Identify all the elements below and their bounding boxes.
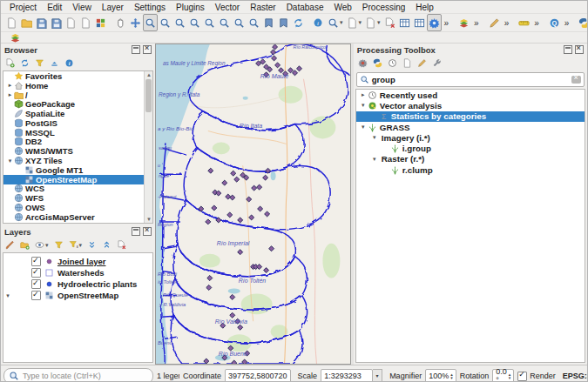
layer-visibility-checkbox[interactable] <box>31 268 41 278</box>
open-attribute-table-icon[interactable] <box>397 14 412 31</box>
filter-browser-icon[interactable] <box>33 55 46 72</box>
zoom-native-icon[interactable] <box>172 14 187 31</box>
manage-map-themes-icon[interactable]: ▾ <box>33 237 51 254</box>
toolbar-overflow[interactable]: » <box>442 18 452 28</box>
browser-dock-icon[interactable] <box>132 45 140 54</box>
toolbar-overflow[interactable]: » <box>502 18 512 28</box>
browser-item-postgis[interactable]: PostGIS <box>3 118 152 128</box>
layer-visibility-checkbox[interactable] <box>31 291 41 300</box>
crs-status[interactable]: EPSG:32719 <box>563 372 588 380</box>
menu-settings[interactable]: Settings <box>129 3 171 12</box>
browser-item-home[interactable]: ▸Home <box>3 81 152 90</box>
layers-dock-icon[interactable] <box>132 227 140 236</box>
zoom-last-icon[interactable] <box>232 14 247 31</box>
show-layout-manager-icon[interactable] <box>78 14 93 31</box>
algorithm-grass[interactable]: ▾GRASS <box>356 122 585 132</box>
select-features-icon[interactable]: ▾ <box>326 14 345 31</box>
browser-item-wcs[interactable]: WCS <box>3 184 152 194</box>
algorithm-vector-analysis[interactable]: ▾Vector analysis <box>356 100 585 111</box>
add-group-icon[interactable] <box>18 237 31 254</box>
measure-icon[interactable] <box>517 14 531 31</box>
toolbar-overflow[interactable]: » <box>531 18 542 28</box>
new-bookmark-icon[interactable] <box>261 14 276 31</box>
layer-item-openstreetmap[interactable]: ▾OpenStreetMap <box>3 290 152 301</box>
add-selected-layers-icon[interactable] <box>3 55 17 72</box>
menu-plugins[interactable]: Plugins <box>171 3 210 12</box>
show-bookmarks-icon[interactable] <box>276 14 291 31</box>
collapse-all-layers-icon[interactable] <box>100 237 113 254</box>
algorithm-statistics-by-categories[interactable]: Statistics by categories <box>356 111 585 122</box>
browser-item-mssql[interactable]: MSSQL <box>3 128 152 137</box>
layer-item-joined-layer[interactable]: Joined layer <box>3 256 152 267</box>
zoom-in-icon[interactable] <box>143 14 158 31</box>
new-print-layout-icon[interactable] <box>64 14 78 31</box>
metasearch-icon[interactable] <box>547 14 562 31</box>
manage-layers-icon[interactable] <box>456 14 471 31</box>
toolbar-overflow[interactable]: » <box>471 18 482 28</box>
browser-item-spatialite[interactable]: SpatiaLite <box>3 109 152 118</box>
browser-item--[interactable]: ▸/ <box>3 90 152 100</box>
menu-vector[interactable]: Vector <box>210 3 245 12</box>
menu-project[interactable]: Project <box>4 3 42 12</box>
models-icon[interactable] <box>356 55 369 72</box>
browser-item-db2[interactable]: DB2 <box>3 137 152 147</box>
browser-item-favorites[interactable]: Favorites <box>3 71 152 81</box>
browser-item-arcgisfeatureserver[interactable]: ArcGisFeatureServer <box>3 222 152 224</box>
pan-map-icon[interactable] <box>113 14 128 31</box>
rotation-spinner[interactable]: ▴▾ <box>507 372 511 379</box>
algorithm-raster-r-[interactable]: ▾Raster (r.*) <box>356 154 585 164</box>
browser-item-wms-wmts[interactable]: WMS/WMTS <box>3 146 152 156</box>
deselect-features-icon[interactable]: ▾ <box>363 14 382 31</box>
save-project-as-icon[interactable] <box>49 14 64 31</box>
layers-close-icon[interactable] <box>143 227 152 236</box>
pan-to-selection-icon[interactable] <box>128 14 143 31</box>
menu-database[interactable]: Database <box>281 3 329 12</box>
menu-processing[interactable]: Processing <box>357 3 410 12</box>
algorithm-i-group[interactable]: i.group <box>356 143 585 153</box>
processing-toolbox-icon[interactable] <box>427 14 442 31</box>
python-scripts-icon[interactable] <box>371 55 384 72</box>
expander-icon[interactable]: ▾ <box>370 156 379 163</box>
zoom-full-icon[interactable] <box>187 14 202 31</box>
browser-item-google-mt1[interactable]: Google MT1 <box>3 165 152 175</box>
browser-item-openstreetmap[interactable]: OpenStreetMap <box>3 175 152 184</box>
browser-scrollbar[interactable]: ▲▼ <box>144 71 152 223</box>
expander-icon[interactable]: ▾ <box>359 124 368 131</box>
open-layer-styling-icon[interactable] <box>3 237 17 254</box>
rotation-input[interactable]: 0.0 ° ▴▾ <box>492 369 514 382</box>
layer-visibility-checkbox[interactable] <box>31 257 41 266</box>
algorithm-recently-used[interactable]: ▸Recently used <box>356 90 585 100</box>
python-console-icon[interactable] <box>577 14 588 31</box>
expander-icon[interactable]: ▸ <box>6 91 14 98</box>
remove-layer-icon[interactable] <box>115 237 128 254</box>
menu-help[interactable]: Help <box>410 3 439 12</box>
browser-item-arcgismapserver[interactable]: ArcGisMapServer <box>3 212 152 222</box>
locate-input[interactable]: Type to locate (Ctrl+K) <box>3 368 153 382</box>
expand-all-icon[interactable] <box>85 237 98 254</box>
layer-item-hydroelectric-plants[interactable]: Hydroelectric plants <box>3 278 152 290</box>
processing-close-icon[interactable] <box>575 45 584 54</box>
layer-visibility-checkbox[interactable] <box>31 279 41 289</box>
style-manager-icon[interactable] <box>93 14 108 31</box>
select-by-form-icon[interactable]: ▾ <box>345 14 364 31</box>
history-icon[interactable] <box>386 55 399 72</box>
field-calculator-icon[interactable] <box>412 14 427 31</box>
options-icon[interactable] <box>430 55 443 72</box>
coordinate-input[interactable]: 397752,5800720 <box>225 369 291 382</box>
results-viewer-icon[interactable] <box>401 55 414 72</box>
scale-input[interactable]: 1:3293293 <box>321 369 373 382</box>
scale-dropdown-icon[interactable]: ▾ <box>373 369 382 382</box>
browser-item-ows[interactable]: OWS <box>3 203 152 212</box>
filter-by-expression-icon[interactable]: ▾ <box>67 237 84 254</box>
zoom-to-layer-icon[interactable] <box>217 14 232 31</box>
map-canvas[interactable]: as Maule y Limite RegionRío MauleRío Ral… <box>155 44 350 365</box>
processing-dock-icon[interactable] <box>564 45 572 54</box>
browser-close-icon[interactable] <box>143 45 152 54</box>
expander-icon[interactable]: ▾ <box>6 157 14 164</box>
browser-item-xyz-tiles[interactable]: ▾XYZ Tiles <box>3 156 152 165</box>
digitizing-icon[interactable] <box>487 14 502 31</box>
menu-layer[interactable]: Layer <box>97 3 129 12</box>
clear-search-icon[interactable] <box>571 76 581 84</box>
save-project-icon[interactable] <box>34 14 49 31</box>
menu-edit[interactable]: Edit <box>42 3 67 12</box>
